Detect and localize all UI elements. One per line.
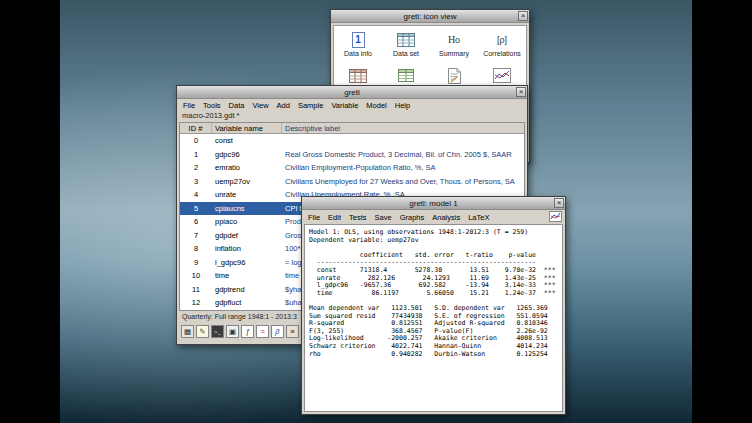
icon-view-item-summary[interactable]: Ho Summary bbox=[430, 30, 478, 66]
cell-name: uemp27ov bbox=[212, 177, 282, 186]
cell-id: 12 bbox=[180, 298, 212, 307]
dataset-label: macro-2013.gdt * bbox=[177, 111, 527, 122]
cell-label: Civilians Unemployed for 27 Weeks and Ov… bbox=[282, 177, 524, 186]
icon-view-item-data-set[interactable]: Data set bbox=[382, 30, 430, 66]
icon-label: Correlations bbox=[483, 50, 521, 57]
model-window: gretl: model 1 × File Edit Tests Save Gr… bbox=[301, 196, 566, 415]
menu-analysis[interactable]: Analysis bbox=[428, 213, 464, 222]
screenshot-frame: gretl: icon view × 1 Data info bbox=[0, 0, 752, 423]
icon-label: Summary bbox=[439, 50, 469, 57]
icon-label: Data set bbox=[393, 50, 419, 57]
menu-model[interactable]: Model bbox=[362, 101, 390, 110]
menu-tools[interactable]: Tools bbox=[199, 101, 225, 110]
summary-icon: Ho bbox=[448, 31, 460, 48]
table-row[interactable]: 1 gdpc96 Real Gross Domestic Product, 3 … bbox=[180, 148, 524, 162]
cell-name: gdpdef bbox=[212, 231, 282, 240]
main-menubar: File Tools Data View Add Sample Variable… bbox=[177, 99, 527, 111]
calculator-icon[interactable]: ▦ bbox=[181, 325, 194, 338]
table-row[interactable]: 0 const bbox=[180, 134, 524, 148]
graph-page-icon bbox=[493, 67, 511, 84]
cell-id: 0 bbox=[180, 136, 212, 145]
cell-id: 7 bbox=[180, 231, 212, 240]
cell-id: 5 bbox=[180, 204, 212, 213]
cell-id: 11 bbox=[180, 285, 212, 294]
model-icon[interactable]: β bbox=[271, 325, 284, 338]
cell-id: 10 bbox=[180, 271, 212, 280]
correlations-icon: [ρ] bbox=[497, 31, 507, 48]
menu-tests[interactable]: Tests bbox=[345, 213, 371, 222]
cell-name: time bbox=[212, 271, 282, 280]
menu-view[interactable]: View bbox=[248, 101, 272, 110]
menu-graphs[interactable]: Graphs bbox=[396, 213, 429, 222]
model-menubar: File Edit Tests Save Graphs Analysis LaT… bbox=[302, 210, 565, 224]
scalars-grid-icon bbox=[398, 67, 414, 84]
session-icon-view-icon[interactable]: ▣ bbox=[226, 325, 239, 338]
cell-name: gdptrend bbox=[212, 285, 282, 294]
cell-name: emratio bbox=[212, 163, 282, 172]
cell-label: Real Gross Domestic Product, 3 Decimal, … bbox=[282, 150, 524, 159]
menu-data[interactable]: Data bbox=[225, 101, 249, 110]
cell-name: ppiaco bbox=[212, 217, 282, 226]
menu-save[interactable]: Save bbox=[371, 213, 396, 222]
header-descriptive-label[interactable]: Descriptive label bbox=[282, 123, 524, 133]
notes-icon bbox=[448, 67, 461, 84]
menu-edit[interactable]: Edit bbox=[324, 213, 345, 222]
main-title: gretl bbox=[344, 88, 360, 97]
data-info-icon: 1 bbox=[352, 31, 365, 48]
new-script-icon[interactable]: ✎ bbox=[196, 325, 209, 338]
icon-view-titlebar[interactable]: gretl: icon view × bbox=[331, 10, 529, 23]
cell-id: 9 bbox=[180, 258, 212, 267]
console-icon[interactable]: >_ bbox=[211, 325, 224, 338]
menu-latex[interactable]: LaTeX bbox=[464, 213, 493, 222]
model-title: gretl: model 1 bbox=[409, 199, 457, 208]
cell-name: unrate bbox=[212, 190, 282, 199]
cell-name: const bbox=[212, 136, 282, 145]
cell-id: 2 bbox=[180, 163, 212, 172]
cell-label: Civilian Employment-Population Ratio, %,… bbox=[282, 163, 524, 172]
cell-id: 3 bbox=[180, 177, 212, 186]
close-icon[interactable]: × bbox=[518, 11, 528, 21]
model-output: Model 1: OLS, using observations 1948:1-… bbox=[304, 224, 563, 412]
model-table-grid-icon bbox=[349, 67, 367, 84]
variable-table-header: ID # Variable name Descriptive label bbox=[180, 123, 524, 134]
summary-glyph: Ho bbox=[448, 34, 460, 45]
cell-id: 1 bbox=[180, 150, 212, 159]
menu-sample[interactable]: Sample bbox=[294, 101, 327, 110]
graph-icon[interactable]: ≈ bbox=[256, 325, 269, 338]
cell-id: 6 bbox=[180, 217, 212, 226]
correlations-glyph: [ρ] bbox=[497, 35, 507, 45]
cell-id: 8 bbox=[180, 244, 212, 253]
table-row[interactable]: 3 uemp27ov Civilians Unemployed for 27 W… bbox=[180, 175, 524, 189]
icon-view-item-correlations[interactable]: [ρ] Correlations bbox=[478, 30, 526, 66]
menu-add[interactable]: Add bbox=[273, 101, 294, 110]
cell-name: gdpfluct bbox=[212, 298, 282, 307]
table-row[interactable]: 2 emratio Civilian Employment-Population… bbox=[180, 161, 524, 175]
menu-file[interactable]: File bbox=[179, 101, 199, 110]
main-titlebar[interactable]: gretl × bbox=[177, 86, 527, 99]
menu-help[interactable]: Help bbox=[391, 101, 414, 110]
menu-file[interactable]: File bbox=[304, 213, 324, 222]
icon-view-title: gretl: icon view bbox=[404, 12, 457, 21]
data-set-grid-icon bbox=[397, 31, 415, 48]
model-titlebar[interactable]: gretl: model 1 × bbox=[302, 197, 565, 210]
database-icon[interactable]: ≡ bbox=[286, 325, 299, 338]
icon-view-item-data-info[interactable]: 1 Data info bbox=[334, 30, 382, 66]
cell-name: gdpc96 bbox=[212, 150, 282, 159]
header-variable-name[interactable]: Variable name bbox=[212, 123, 282, 133]
cell-name: inflation bbox=[212, 244, 282, 253]
cell-id: 4 bbox=[180, 190, 212, 199]
model-graph-icon[interactable] bbox=[549, 211, 562, 222]
cell-name: cpiaucns bbox=[212, 204, 282, 213]
icon-label: Data info bbox=[344, 50, 372, 57]
menu-variable[interactable]: Variable bbox=[327, 101, 362, 110]
cell-name: l_gdpc96 bbox=[212, 258, 282, 267]
header-id[interactable]: ID # bbox=[180, 123, 212, 133]
function-packages-icon[interactable]: ƒ bbox=[241, 325, 254, 338]
close-icon[interactable]: × bbox=[516, 87, 526, 97]
close-icon[interactable]: × bbox=[554, 198, 564, 208]
data-info-glyph: 1 bbox=[352, 32, 365, 48]
desktop: gretl: icon view × 1 Data info bbox=[60, 0, 692, 423]
